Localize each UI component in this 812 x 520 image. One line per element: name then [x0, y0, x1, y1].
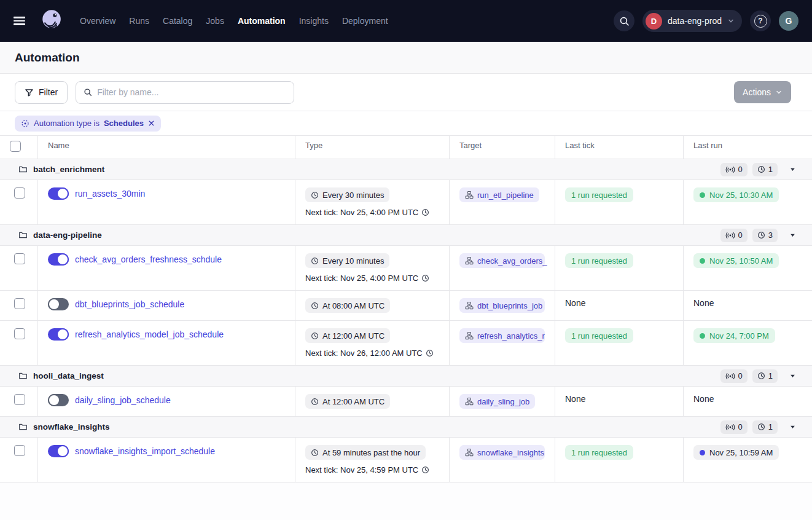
next-tick-text: Next tick: Nov 26, 12:00 AM UTC — [305, 349, 439, 358]
clock-icon — [311, 332, 319, 340]
select-all-checkbox[interactable] — [10, 141, 21, 152]
user-avatar[interactable]: G — [779, 11, 798, 31]
actions-button-label: Actions — [743, 87, 771, 97]
last-tick-badge: 1 run requested — [565, 445, 633, 460]
schedule-name-link[interactable]: daily_sling_job_schedule — [75, 395, 171, 405]
schedule-toggle[interactable] — [48, 394, 69, 406]
next-tick-text: Next tick: Nov 25, 4:59 PM UTC — [305, 465, 439, 475]
nav-item-overview[interactable]: Overview — [80, 16, 115, 26]
menu-icon[interactable] — [14, 13, 29, 29]
schedule-toggle[interactable] — [48, 445, 69, 457]
schedule-toggle[interactable] — [48, 328, 69, 341]
job-icon — [465, 191, 474, 199]
nav-item-jobs[interactable]: Jobs — [206, 16, 224, 26]
last-tick-badge: 1 run requested — [565, 187, 633, 202]
schedule-count-badge: 1 — [752, 369, 778, 383]
filter-chip-prefix: Automation type is — [34, 119, 100, 128]
main-nav: OverviewRunsCatalogJobsAutomationInsight… — [80, 16, 388, 26]
nav-item-deployment[interactable]: Deployment — [342, 16, 388, 26]
filter-chip[interactable]: Automation type is Schedules — [15, 116, 161, 132]
sensor-count-badge: 0 — [720, 369, 748, 383]
column-header-last-tick: Last tick — [555, 136, 683, 159]
row-checkbox[interactable] — [14, 187, 25, 199]
clock-icon — [757, 231, 765, 239]
nav-item-runs[interactable]: Runs — [129, 16, 149, 26]
next-tick-text: Next tick: Nov 25, 4:00 PM UTC — [305, 274, 439, 283]
group-header-data-eng-pipeline[interactable]: data-eng-pipeline 0 3 — [0, 225, 812, 246]
page-header: Automation — [0, 42, 812, 74]
search-box — [76, 81, 294, 104]
last-tick-badge: 1 run requested — [565, 328, 633, 343]
collapse-caret[interactable] — [788, 371, 797, 380]
target-chip[interactable]: run_etl_pipeline — [459, 187, 539, 202]
collapse-caret[interactable] — [788, 165, 797, 174]
caret-down-icon — [789, 423, 796, 430]
close-icon[interactable] — [148, 120, 155, 127]
nav-right: D data-eng-prod ? G — [614, 10, 798, 32]
help-icon[interactable]: ? — [750, 10, 771, 31]
job-icon — [465, 331, 474, 340]
clock-icon — [311, 191, 319, 199]
clock-icon — [757, 165, 765, 173]
status-dot — [700, 450, 705, 455]
nav-item-catalog[interactable]: Catalog — [163, 16, 192, 26]
row-checkbox[interactable] — [14, 253, 25, 264]
nav-item-insights[interactable]: Insights — [299, 16, 329, 26]
chevron-down-icon — [775, 89, 783, 96]
group-name: hooli_data_ingest — [33, 371, 104, 380]
nav-item-automation[interactable]: Automation — [238, 16, 286, 26]
schedule-type-chip: At 08:00 AM UTC — [305, 298, 390, 313]
target-chip[interactable]: refresh_analytics_r — [459, 328, 545, 343]
target-chip[interactable]: snowflake_insights — [459, 445, 545, 460]
clock-icon — [311, 398, 319, 406]
folder-icon — [18, 422, 28, 431]
group-header-snowflake-insights[interactable]: snowflake_insights 0 1 — [0, 417, 812, 438]
active-filters-row: Automation type is Schedules — [0, 111, 812, 136]
schedule-name-link[interactable]: dbt_blueprints_job_schedule — [75, 299, 184, 309]
last-run-badge[interactable]: Nov 25, 10:59 AM — [693, 445, 779, 460]
actions-button[interactable]: Actions — [734, 81, 791, 103]
collapse-caret[interactable] — [788, 422, 797, 431]
group-header-hooli-data-ingest[interactable]: hooli_data_ingest 0 1 — [0, 366, 812, 387]
schedule-count-badge: 1 — [752, 420, 778, 434]
row-checkbox[interactable] — [14, 445, 25, 456]
collapse-caret[interactable] — [788, 230, 797, 240]
target-chip[interactable]: check_avg_orders_ — [459, 253, 545, 268]
column-header-last-run: Last run — [683, 136, 812, 159]
schedule-toggle[interactable] — [48, 187, 69, 200]
name-filter-input[interactable] — [97, 87, 286, 97]
top-nav: OverviewRunsCatalogJobsAutomationInsight… — [0, 0, 812, 42]
last-tick-none: None — [565, 394, 585, 404]
clock-icon — [311, 257, 319, 265]
last-run-badge[interactable]: Nov 25, 10:50 AM — [693, 253, 779, 268]
schedule-row: dbt_blueprints_job_schedule At 08:00 AM … — [0, 291, 812, 321]
status-dot — [700, 258, 705, 264]
row-checkbox[interactable] — [14, 298, 25, 309]
schedule-name-link[interactable]: run_assets_30min — [75, 189, 145, 199]
deployment-switcher[interactable]: D data-eng-prod — [642, 10, 742, 32]
group-header-batch-enrichment[interactable]: batch_enrichment 0 1 — [0, 159, 812, 180]
filter-button[interactable]: Filter — [15, 81, 68, 104]
schedule-type-chip: At 12:00 AM UTC — [305, 328, 390, 343]
last-run-none: None — [693, 298, 714, 308]
target-chip[interactable]: dbt_blueprints_job — [459, 298, 545, 313]
column-header-type: Type — [295, 136, 449, 159]
last-run-badge[interactable]: Nov 25, 10:30 AM — [693, 187, 779, 202]
last-run-badge[interactable]: Nov 24, 7:00 PM — [693, 328, 775, 343]
schedule-name-link[interactable]: snowflake_insights_import_schedule — [75, 446, 215, 456]
row-checkbox[interactable] — [14, 394, 25, 405]
schedule-name-link[interactable]: check_avg_orders_freshness_schdule — [75, 254, 222, 264]
group-name: snowflake_insights — [33, 422, 110, 431]
target-chip[interactable]: daily_sling_job — [459, 394, 535, 409]
deployment-avatar: D — [646, 13, 662, 30]
filter-button-label: Filter — [39, 87, 58, 97]
search-icon[interactable] — [614, 10, 634, 31]
sensor-count-badge: 0 — [720, 229, 748, 242]
sensor-icon — [725, 232, 735, 239]
dagster-logo[interactable] — [39, 7, 65, 35]
row-checkbox[interactable] — [14, 328, 25, 339]
schedule-toggle[interactable] — [48, 298, 69, 310]
schedule-name-link[interactable]: refresh_analytics_model_job_schedule — [75, 329, 224, 339]
next-tick-text: Next tick: Nov 25, 4:00 PM UTC — [305, 208, 439, 217]
schedule-toggle[interactable] — [48, 253, 69, 266]
